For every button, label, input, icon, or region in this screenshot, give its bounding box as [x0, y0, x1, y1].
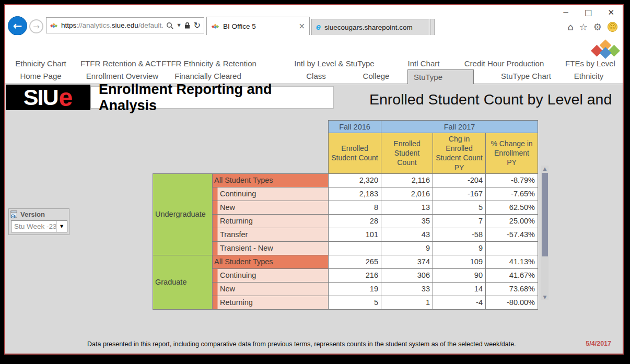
value-cell: 2,116	[381, 173, 433, 187]
scrollbar-thumb[interactable]	[542, 173, 548, 256]
nav-tab-ethnicity[interactable]: Ethnicity	[574, 72, 604, 80]
value-cell: 90	[433, 268, 486, 282]
version-value: Stu Week -23	[11, 222, 56, 230]
settings-gear-icon[interactable]: ⚙	[593, 21, 602, 32]
back-button[interactable]: ←	[8, 16, 27, 36]
version-dropdown[interactable]: Stu Week -23 ▼	[11, 220, 67, 232]
browser-toolbar-icons: ⌂ ☆ ⚙ ☺	[567, 21, 617, 32]
url-text: https://analytics.siue.edu/default.aspx	[61, 21, 163, 29]
back-arrow-icon: ←	[13, 20, 22, 32]
table-row: GraduateAll Student Types26537410941.13%	[153, 255, 538, 268]
stutype-cell: All Student Types	[213, 255, 329, 268]
value-cell: 216	[329, 268, 381, 282]
nav-tab-class[interactable]: Class	[306, 72, 326, 80]
nav-tab-credit-hour-production[interactable]: Credit Hour Production	[464, 59, 544, 68]
nav-tab-ftfr-ethnicity-retention[interactable]: FTFR Ethnicity & Retention	[161, 59, 256, 68]
measure-header: Chg in Enrolled Student Count PY	[433, 133, 486, 174]
browser-tab-inactive[interactable]: e siuecougars.sharepoint.com	[311, 19, 429, 35]
search-icon[interactable]	[166, 22, 173, 29]
close-button[interactable]: ✕	[608, 8, 614, 17]
bi-office-logo	[589, 38, 622, 60]
report-title: Enrolled Student Count by Level and	[369, 89, 623, 110]
value-cell: 374	[381, 255, 433, 268]
value-cell: 5	[433, 201, 486, 214]
tab-title: siuecougars.sharepoint.com	[324, 24, 413, 31]
stutype-cell: Continuing	[213, 187, 329, 201]
value-cell: 8	[329, 201, 381, 214]
value-cell: -80.00%	[486, 296, 538, 309]
value-cell: 28	[329, 214, 381, 228]
app-title: Enrollment Reporting and Analysis	[90, 86, 334, 109]
bi-office-favicon	[211, 23, 219, 29]
url-domain: siue.edu	[112, 21, 138, 29]
level-cell: Graduate	[153, 255, 213, 309]
scroll-up-icon[interactable]: ▲	[541, 166, 549, 172]
value-cell: 33	[381, 282, 433, 296]
value-cell: 41.13%	[486, 255, 538, 268]
measure-header: Enrolled Student Count	[329, 133, 381, 174]
stutype-cell: Returning	[213, 214, 329, 228]
nav-tab-financially-cleared[interactable]: Financially Cleared	[174, 72, 241, 80]
value-cell: -58	[433, 228, 486, 241]
favorites-star-icon[interactable]: ☆	[579, 21, 588, 32]
value-cell: 25.00%	[486, 214, 538, 228]
value-cell: 9	[433, 241, 486, 255]
nav-tab-ftes-by-level[interactable]: FTEs by Level	[565, 59, 615, 68]
nav-tab-home-page[interactable]: Home Page	[20, 72, 61, 80]
lock-icon	[184, 22, 190, 29]
period-header-fall2017: Fall 2017	[381, 121, 538, 133]
browser-window: ← → https://analytics.siue.edu/default.a…	[4, 4, 624, 355]
scroll-down-icon[interactable]: ▼	[541, 294, 549, 300]
table-row: UndergraduateAll Student Types2,3202,116…	[153, 173, 538, 187]
nav-tab-intl-by-level-stutype[interactable]: Intl by Level & StuType	[294, 59, 374, 68]
tab-title: BI Office 5	[223, 22, 256, 30]
browser-chrome: ← → https://analytics.siue.edu/default.a…	[5, 5, 623, 35]
url-scheme: https	[61, 21, 76, 29]
version-dropdown-button[interactable]: ▼	[56, 221, 67, 232]
table-scrollbar[interactable]: ▲ ▼	[541, 166, 549, 300]
nav-tab-enrollment-overview[interactable]: Enrollment Overview	[86, 72, 158, 80]
siue-logo-text: SIU	[24, 86, 58, 109]
version-label: Version	[20, 210, 45, 218]
value-cell: 19	[329, 282, 381, 296]
value-cell: 109	[433, 255, 486, 268]
value-cell: 62.50%	[486, 201, 538, 214]
value-cell: -4	[433, 296, 486, 309]
value-cell: -7.65%	[486, 187, 538, 201]
tab-close-icon[interactable]: ×	[298, 21, 305, 31]
stutype-cell: All Student Types	[213, 173, 329, 187]
feedback-smiley-icon[interactable]: ☺	[608, 22, 617, 32]
address-dropdown-icon[interactable]: ▼	[177, 23, 180, 28]
address-bar[interactable]: https://analytics.siue.edu/default.aspx …	[46, 17, 204, 33]
siue-logo: SIUe	[6, 85, 90, 110]
stutype-cell: New	[213, 201, 329, 214]
home-icon[interactable]: ⌂	[567, 21, 573, 32]
enrollment-table: Fall 2016 Fall 2017 Enrolled Student Cou…	[153, 120, 538, 310]
value-cell: 35	[381, 214, 433, 228]
stutype-cell: Transient - New	[213, 241, 329, 255]
value-cell: -204	[433, 173, 486, 187]
nav-tab-ftfr-retention-act[interactable]: FTFR Retention & ACT	[80, 59, 161, 68]
version-report-icon	[10, 210, 18, 218]
level-cell: Undergraduate	[153, 173, 213, 255]
measure-header-row: Enrolled Student Count Enrolled Student …	[153, 133, 538, 174]
value-cell: 1	[381, 296, 433, 309]
address-bar-icons: ▼ ↻	[166, 20, 201, 30]
measure-header: Enrolled Student Count	[381, 133, 433, 174]
value-cell	[486, 241, 538, 255]
bi-office-favicon	[50, 22, 58, 29]
value-cell: 5	[329, 296, 381, 309]
nav-tab-stutype-selected[interactable]: StuType	[407, 69, 474, 84]
browser-tab-active[interactable]: BI Office 5 ×	[206, 17, 310, 35]
value-cell: 14	[433, 282, 486, 296]
nav-tab-intl-chart[interactable]: Intl Chart	[408, 59, 440, 68]
nav-tab-stutype-chart[interactable]: StuType Chart	[501, 72, 551, 80]
maximize-button[interactable]: □	[585, 8, 592, 17]
stutype-cell: Returning	[213, 296, 329, 309]
forward-button[interactable]: →	[29, 19, 43, 33]
minimize-button[interactable]: −	[563, 8, 569, 17]
nav-tab-college[interactable]: College	[363, 72, 390, 80]
refresh-icon[interactable]: ↻	[194, 20, 201, 30]
nav-tab-ethnicity-chart[interactable]: Ethnicity Chart	[15, 59, 66, 68]
period-header-fall2016: Fall 2016	[329, 121, 381, 133]
